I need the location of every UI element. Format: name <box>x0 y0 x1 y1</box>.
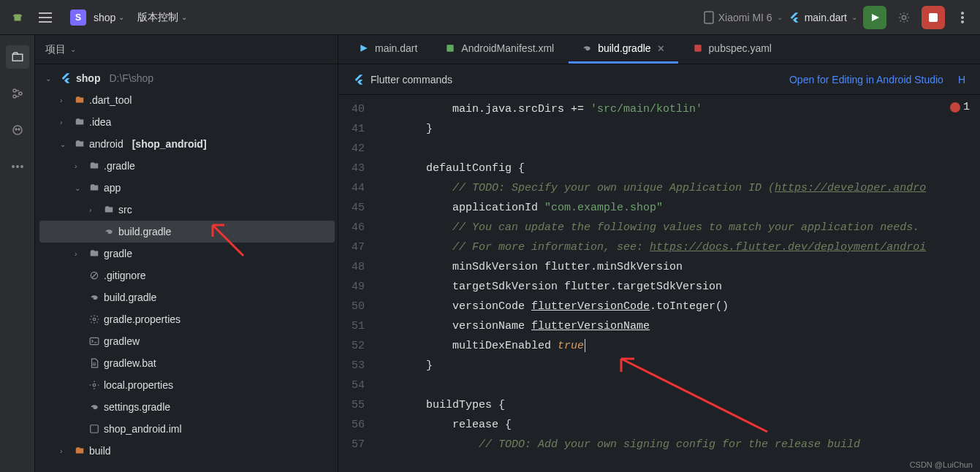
project-panel-title: 项目 <box>45 43 66 56</box>
tree-item-src[interactable]: ›src <box>39 199 335 221</box>
tab-label: AndroidManifest.xml <box>461 42 554 54</box>
svg-point-11 <box>18 129 20 130</box>
tree-label: local.properties <box>104 379 173 391</box>
folder-icon <box>89 183 99 193</box>
svg-rect-2 <box>929 13 938 22</box>
more-menu-icon[interactable] <box>951 6 974 29</box>
tab-label: pubspec.yaml <box>709 42 772 54</box>
svg-point-18 <box>93 384 96 387</box>
project-dropdown[interactable]: shop⌄ <box>94 12 124 23</box>
tree-item-gradle-properties[interactable]: gradle.properties <box>39 308 335 330</box>
run-config-selector[interactable]: main.dart ⌄ <box>789 12 857 23</box>
folder-icon <box>75 117 85 127</box>
svg-rect-0 <box>704 12 713 23</box>
hamburger-icon[interactable] <box>34 6 57 29</box>
error-icon <box>950 102 960 113</box>
code-link[interactable]: https://developer.andro <box>775 182 926 194</box>
tab-build-gradle[interactable]: build.gradle✕ <box>569 35 677 64</box>
chevron-down-icon: ⌄ <box>851 13 857 21</box>
copilot-tool-icon[interactable] <box>6 118 29 142</box>
svg-rect-19 <box>91 425 99 433</box>
tree-label: .idea <box>89 116 111 128</box>
manifest-icon <box>445 43 455 53</box>
tree-label-extra: [shop_android] <box>132 138 207 150</box>
more-tools-icon[interactable] <box>6 155 29 178</box>
tree-label: shop <box>76 72 100 84</box>
device-label: Xiaomi MI 6 <box>718 12 772 23</box>
help-link[interactable]: H <box>958 74 965 85</box>
close-icon[interactable]: ✕ <box>657 43 665 54</box>
tree-label: build.gradle <box>118 226 171 237</box>
code-text: release { <box>373 419 512 431</box>
code-text: buildTypes { <box>373 399 505 411</box>
error-indicator[interactable]: 1 <box>950 101 970 113</box>
tree-item-idea[interactable]: ›.idea <box>39 111 335 133</box>
debug-button[interactable] <box>892 6 916 29</box>
project-name-label: shop <box>94 12 115 23</box>
stop-button[interactable] <box>922 6 945 29</box>
project-panel-header[interactable]: 项目 ⌄ <box>35 35 338 64</box>
flutter-icon <box>353 74 365 85</box>
tree-label: .gitignore <box>104 270 146 281</box>
svg-rect-21 <box>694 45 701 51</box>
svg-point-10 <box>15 129 17 130</box>
tree-item-gradle-dir2[interactable]: ›gradle <box>39 243 335 264</box>
tab-main-dart[interactable]: main.dart <box>346 35 430 64</box>
svg-point-12 <box>12 165 15 168</box>
caret-down-icon: ⌄ <box>45 75 56 83</box>
editor-tabs: main.dart AndroidManifest.xml build.grad… <box>338 35 980 64</box>
cmdbar-title: Flutter commands <box>371 74 452 85</box>
dart-icon <box>359 43 369 53</box>
svg-point-16 <box>93 318 96 321</box>
tree-item-gitignore[interactable]: .gitignore <box>39 264 335 286</box>
tree-item-dart-tool[interactable]: ›.dart_tool <box>39 89 335 111</box>
code-link[interactable]: https://docs.flutter.dev/deployment/andr… <box>650 241 926 254</box>
caret-down-icon: ⌄ <box>75 184 85 192</box>
vcs-dropdown[interactable]: 版本控制⌄ <box>137 11 187 24</box>
code-comment: // TODO: Specify your own unique Applica… <box>373 182 775 194</box>
tree-item-build-gradle-app[interactable]: build.gradle <box>39 221 335 243</box>
code-ref: flutterVersionName <box>531 320 650 332</box>
tree-item-local-properties[interactable]: local.properties <box>39 374 335 396</box>
svg-point-1 <box>902 15 905 19</box>
gear-icon <box>89 380 99 390</box>
caret-right-icon: › <box>89 206 99 214</box>
code-editor[interactable]: 1 404142434445464748495051525354555657 m… <box>338 95 980 472</box>
caret-right-icon: › <box>60 118 70 126</box>
caret-right-icon: › <box>75 250 85 258</box>
folder-icon <box>75 139 85 149</box>
tree-item-build[interactable]: ›build <box>39 440 335 462</box>
tree-item-iml[interactable]: shop_android.iml <box>39 418 335 440</box>
project-tool-icon[interactable] <box>6 45 29 69</box>
open-android-studio-link[interactable]: Open for Editing in Android Studio <box>789 74 943 85</box>
device-selector[interactable]: Xiaomi MI 6 ⌄ <box>704 11 783 24</box>
gradle-icon <box>582 43 592 53</box>
tree-item-gradle-dir[interactable]: ›.gradle <box>39 155 335 177</box>
code-text: } <box>373 359 433 372</box>
tree-root[interactable]: ⌄shopD:\F\shop <box>39 67 335 89</box>
tree-label: settings.gradle <box>104 401 170 413</box>
tree-item-settings-gradle[interactable]: settings.gradle <box>39 396 335 418</box>
structure-tool-icon[interactable] <box>6 82 29 105</box>
tree-item-app[interactable]: ⌄app <box>39 177 335 199</box>
code-text: } <box>373 123 433 135</box>
yaml-icon <box>693 43 703 53</box>
android-logo-icon <box>6 6 29 29</box>
tree-item-android[interactable]: ⌄android[shop_android] <box>39 133 335 155</box>
caret-right-icon: › <box>60 96 70 104</box>
tree-item-gradlew[interactable]: gradlew <box>39 330 335 352</box>
gradle-icon <box>89 402 99 412</box>
tab-pubspec[interactable]: pubspec.yaml <box>680 35 785 64</box>
tree-label: src <box>118 204 132 216</box>
tree-item-build-gradle-root[interactable]: build.gradle <box>39 286 335 308</box>
caret-right-icon: › <box>75 162 85 170</box>
code-text: defaultConfig { <box>373 162 525 175</box>
code-text <box>373 139 926 159</box>
tree-label: gradlew.bat <box>104 357 156 369</box>
code-text: minSdkVersion flutter.minSdkVersion <box>373 261 683 273</box>
chevron-down-icon: ⌄ <box>70 45 76 53</box>
run-button[interactable] <box>863 6 886 29</box>
code-text: applicationId <box>373 202 544 214</box>
tab-manifest[interactable]: AndroidManifest.xml <box>432 35 567 64</box>
tree-item-gradlew-bat[interactable]: gradlew.bat <box>39 352 335 374</box>
